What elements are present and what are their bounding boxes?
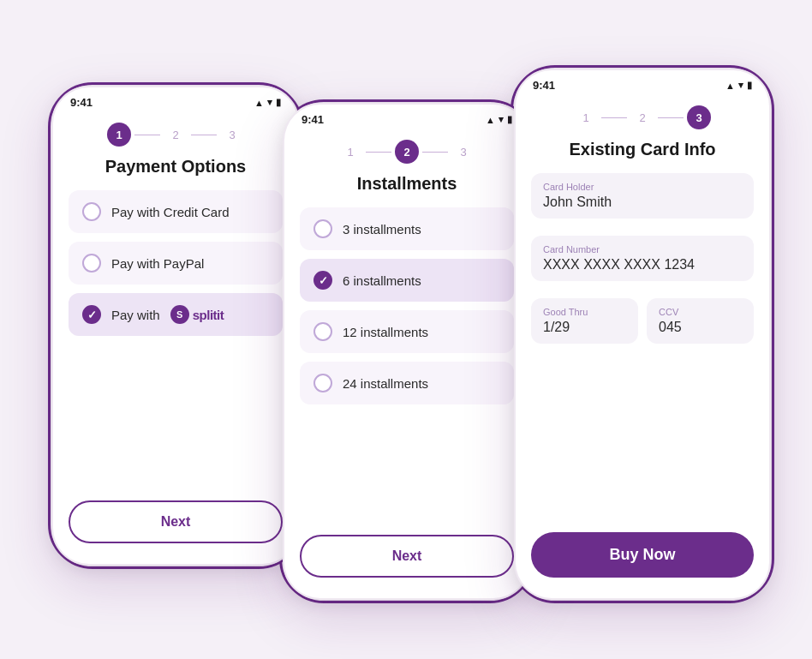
status-bar-3: 9:41 ▲ ▾ ▮ bbox=[516, 70, 769, 97]
status-icons-2: ▲ ▾ ▮ bbox=[486, 114, 512, 125]
option-splitit[interactable]: Pay with S splitit bbox=[69, 293, 283, 336]
splitit-icon: S bbox=[170, 305, 189, 324]
next-button-1[interactable]: Next bbox=[69, 500, 283, 543]
status-bar-2: 9:41 ▲ ▾ ▮ bbox=[284, 105, 529, 131]
status-icons-3: ▲ ▾ ▮ bbox=[725, 80, 752, 91]
option-12-label: 12 installments bbox=[343, 325, 428, 339]
splitit-text: splitit bbox=[193, 308, 224, 322]
step-2-circle: 2 bbox=[164, 123, 188, 147]
phone-card-info: 9:41 ▲ ▾ ▮ 1 2 3 Existing Card Info Card bbox=[514, 69, 771, 600]
option-paypal[interactable]: Pay with PayPal bbox=[69, 242, 283, 285]
phone-2-content: 3 installments 6 installments 12 install… bbox=[284, 207, 529, 521]
card-number-value: XXXX XXXX XXXX 1234 bbox=[543, 257, 742, 273]
battery-icon-2: ▮ bbox=[507, 114, 512, 125]
radio-paypal[interactable] bbox=[82, 254, 101, 273]
good-thru-value: 1/29 bbox=[543, 320, 626, 335]
good-thru-field[interactable]: Good Thru 1/29 bbox=[531, 298, 638, 344]
next-button-2[interactable]: Next bbox=[300, 535, 514, 578]
step-indicator-1: 1 2 3 bbox=[53, 114, 298, 150]
option-credit-card-label: Pay with Credit Card bbox=[111, 205, 230, 219]
card-holder-label: Card Holder bbox=[543, 182, 742, 192]
radio-splitit[interactable] bbox=[82, 305, 101, 324]
card-expiry-ccv-row: Good Thru 1/29 CCV 045 bbox=[531, 298, 754, 352]
signal-icon-2: ▲ bbox=[486, 115, 495, 125]
time-1: 9:41 bbox=[70, 96, 93, 109]
option-splitit-pay-label: Pay with bbox=[111, 308, 160, 322]
ccv-value: 045 bbox=[659, 320, 742, 335]
status-icons-1: ▲ ▾ ▮ bbox=[254, 97, 281, 108]
phone-3-content: Card Holder John Smith Card Number XXXX … bbox=[516, 173, 769, 518]
radio-credit-card[interactable] bbox=[82, 202, 101, 221]
option-3-label: 3 installments bbox=[343, 222, 421, 237]
step-line-3a bbox=[601, 117, 627, 118]
step-2-1-circle: 1 bbox=[338, 140, 362, 164]
option-3-installments[interactable]: 3 installments bbox=[300, 207, 514, 250]
step-line-2b bbox=[422, 152, 448, 153]
signal-icon-1: ▲ bbox=[254, 98, 264, 108]
ccv-label: CCV bbox=[659, 307, 742, 317]
buy-now-button[interactable]: Buy Now bbox=[531, 532, 754, 578]
step-2-2-circle: 2 bbox=[395, 140, 419, 164]
wifi-icon-1: ▾ bbox=[267, 97, 272, 108]
good-thru-label: Good Thru bbox=[543, 307, 626, 317]
radio-3-install[interactable] bbox=[313, 219, 332, 238]
step-indicator-2: 1 2 3 bbox=[284, 131, 529, 167]
wifi-icon-3: ▾ bbox=[738, 80, 743, 91]
step-indicator-3: 1 2 3 bbox=[516, 97, 769, 133]
screen-title-2: Installments bbox=[284, 167, 529, 207]
option-6-label: 6 installments bbox=[343, 273, 421, 288]
card-holder-value: John Smith bbox=[543, 195, 742, 210]
screen-title-3: Existing Card Info bbox=[516, 133, 769, 173]
status-bar-1: 9:41 ▲ ▾ ▮ bbox=[53, 87, 298, 114]
step-3-1-circle: 1 bbox=[574, 105, 598, 129]
step-3-circle: 3 bbox=[220, 123, 244, 147]
step-1-circle: 1 bbox=[107, 123, 131, 147]
option-24-label: 24 installments bbox=[343, 376, 428, 391]
wifi-icon-2: ▾ bbox=[499, 114, 504, 125]
step-2-3-circle: 3 bbox=[451, 140, 475, 164]
option-6-installments[interactable]: 6 installments bbox=[300, 259, 514, 302]
step-line-1a bbox=[134, 135, 160, 135]
radio-24-install[interactable] bbox=[313, 374, 332, 392]
step-line-2a bbox=[366, 152, 391, 153]
radio-12-install[interactable] bbox=[313, 322, 332, 341]
option-12-installments[interactable]: 12 installments bbox=[300, 310, 514, 353]
card-holder-field[interactable]: Card Holder John Smith bbox=[531, 173, 754, 219]
time-3: 9:41 bbox=[533, 79, 555, 92]
phone-payment-options: 9:41 ▲ ▾ ▮ 1 2 3 Payment Options bbox=[51, 86, 300, 566]
scene: 9:41 ▲ ▾ ▮ 1 2 3 Payment Options bbox=[17, 17, 795, 659]
battery-icon-3: ▮ bbox=[747, 80, 752, 91]
ccv-field[interactable]: CCV 045 bbox=[647, 298, 754, 344]
step-3-2-circle: 2 bbox=[630, 105, 654, 129]
step-line-3b bbox=[658, 117, 684, 118]
step-line-1b bbox=[191, 135, 217, 135]
option-24-installments[interactable]: 24 installments bbox=[300, 362, 514, 404]
splitit-logo: S splitit bbox=[170, 305, 224, 324]
card-number-field[interactable]: Card Number XXXX XXXX XXXX 1234 bbox=[531, 236, 754, 281]
signal-icon-3: ▲ bbox=[725, 81, 735, 91]
screen-title-1: Payment Options bbox=[53, 150, 298, 190]
radio-6-install[interactable] bbox=[313, 271, 332, 290]
time-2: 9:41 bbox=[302, 113, 324, 126]
phone-installments: 9:41 ▲ ▾ ▮ 1 2 3 Installments 3 bbox=[283, 103, 531, 600]
card-number-label: Card Number bbox=[543, 244, 742, 255]
battery-icon-1: ▮ bbox=[276, 97, 281, 108]
option-credit-card[interactable]: Pay with Credit Card bbox=[69, 190, 283, 233]
step-3-3-circle: 3 bbox=[687, 105, 711, 129]
phone-1-content: Pay with Credit Card Pay with PayPal Pay… bbox=[53, 190, 298, 487]
option-paypal-label: Pay with PayPal bbox=[111, 256, 204, 271]
